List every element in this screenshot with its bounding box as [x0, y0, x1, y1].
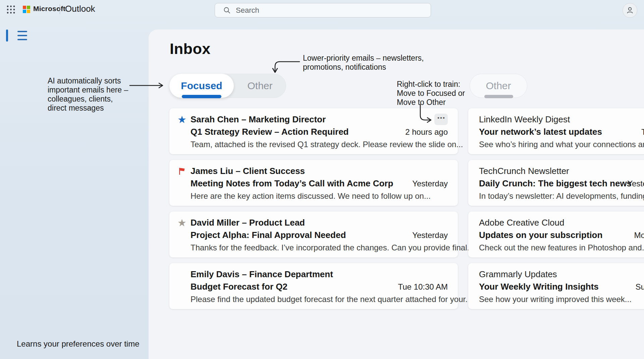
- microsoft-logo-icon: [23, 6, 31, 13]
- hamburger-menu-icon[interactable]: [15, 29, 30, 42]
- email-row-david-miller[interactable]: ★ David Miller – Product Lead Project Al…: [169, 212, 458, 257]
- tab-other-label: Other: [247, 80, 272, 91]
- email-sender: James Liu – Client Success: [191, 166, 305, 176]
- email-sender: Sarah Chen – Marketing Director: [191, 114, 326, 125]
- annotation-learns-preferences: Learns your preferences over time: [17, 339, 158, 348]
- email-preview: In today’s newsletter: AI developments, …: [479, 191, 644, 201]
- annotation-right-click-train: Right-click to train: Move to Focused or…: [397, 80, 472, 107]
- brand-divider: [60, 4, 60, 14]
- other-column-tab-label: Other: [486, 80, 511, 91]
- email-time: 2 hours ago: [405, 127, 448, 137]
- email-sender: Adobe Creative Cloud: [479, 218, 564, 228]
- email-preview: See who’s hiring and what your connectio…: [479, 140, 644, 149]
- tab-focused-label: Focused: [181, 80, 222, 91]
- email-sender: LinkedIn Weekly Digest: [479, 114, 570, 125]
- more-options-button[interactable]: •••: [434, 114, 448, 125]
- email-preview: Thanks for the feedback. I’ve incorporat…: [191, 243, 474, 252]
- tab-focused[interactable]: Focused: [169, 74, 234, 98]
- email-row-grammarly[interactable]: Grammarly Updates Your Weekly Writing In…: [468, 263, 644, 309]
- star-icon[interactable]: ★: [177, 114, 186, 125]
- email-subject: Q1 Strategy Review – Action Required: [191, 127, 349, 137]
- email-preview: See how your writing improved this week.…: [479, 295, 632, 304]
- person-icon: [625, 6, 635, 15]
- flag-icon[interactable]: [177, 167, 187, 176]
- email-time: Yesterday: [412, 231, 448, 240]
- search-input[interactable]: [235, 6, 426, 15]
- ms-logo-square: [27, 6, 30, 9]
- email-time: Today: [641, 127, 644, 137]
- email-row-james-liu[interactable]: James Liu – Client Success Meeting Notes…: [169, 160, 458, 206]
- other-email-list: LinkedIn Weekly Digest Your network’s la…: [468, 108, 644, 309]
- email-subject: Updates on your subscription: [479, 230, 602, 240]
- email-row-adobe[interactable]: Adobe Creative Cloud Updates on your sub…: [468, 212, 644, 257]
- top-bar: Microsoft Outlook: [0, 0, 644, 18]
- ms-logo-square: [23, 10, 26, 13]
- search-icon: [223, 6, 231, 14]
- star-icon[interactable]: ★: [177, 218, 186, 228]
- nav-accent-bar: [6, 29, 8, 42]
- email-row-emily-davis[interactable]: Emily Davis – Finance Department Budget …: [169, 263, 458, 309]
- focused-email-list: ★ Sarah Chen – Marketing Director ••• Q1…: [169, 108, 458, 309]
- email-preview: Here are the key action items discussed.…: [191, 191, 431, 201]
- email-subject: Daily Crunch: The biggest tech news: [479, 178, 632, 189]
- email-time: Yesterday: [412, 179, 448, 188]
- ms-logo-square: [23, 6, 26, 9]
- email-row-linkedin[interactable]: LinkedIn Weekly Digest Your network’s la…: [468, 108, 644, 154]
- email-sender: David Miller – Product Lead: [191, 218, 305, 228]
- email-time: Yesterday: [627, 179, 644, 188]
- search-box: [215, 3, 431, 17]
- email-subject: Meeting Notes from Today’s Call with Acm…: [191, 178, 393, 189]
- email-sender: Grammarly Updates: [479, 269, 557, 280]
- other-column-tab[interactable]: Other: [470, 74, 527, 98]
- other-column-underline: [484, 95, 513, 98]
- email-preview: Check out the new features in Photoshop …: [479, 243, 644, 252]
- email-preview: Please find the updated budget forecast …: [191, 295, 472, 304]
- email-subject: Your Weekly Writing Insights: [479, 282, 599, 292]
- focused-active-underline: [182, 95, 221, 98]
- annotation-lower-priority: Lower-priority emails – newsletters, pro…: [303, 54, 450, 72]
- microsoft-label: Microsoft: [33, 5, 65, 13]
- app-title: Outlook: [65, 4, 95, 14]
- email-subject: Budget Forecast for Q2: [191, 282, 287, 292]
- email-row-techcrunch[interactable]: TechCrunch Newsletter Daily Crunch: The …: [468, 160, 644, 206]
- annotation-ai-sorts: AI automatically sorts important emails …: [48, 76, 133, 113]
- email-subject: Your network’s latest updates: [479, 127, 602, 137]
- tab-other[interactable]: Other: [234, 74, 286, 98]
- email-subject: Project Alpha: Final Approval Needed: [191, 230, 346, 240]
- email-row-sarah-chen[interactable]: ★ Sarah Chen – Marketing Director ••• Q1…: [169, 108, 458, 154]
- email-time: Monday: [634, 231, 644, 240]
- email-time: Tue 10:30 AM: [398, 282, 448, 292]
- grid-dots-icon: [6, 5, 15, 14]
- email-sender: TechCrunch Newsletter: [479, 166, 569, 176]
- page-title: Inbox: [170, 40, 211, 58]
- email-time: Sunday: [636, 282, 644, 292]
- ms-logo-square: [27, 10, 30, 13]
- app-launcher-icon[interactable]: [5, 4, 17, 16]
- email-sender: Emily Davis – Finance Department: [191, 269, 333, 280]
- account-button[interactable]: [623, 3, 637, 18]
- email-preview: Team, attached is the revised Q1 strateg…: [191, 140, 463, 149]
